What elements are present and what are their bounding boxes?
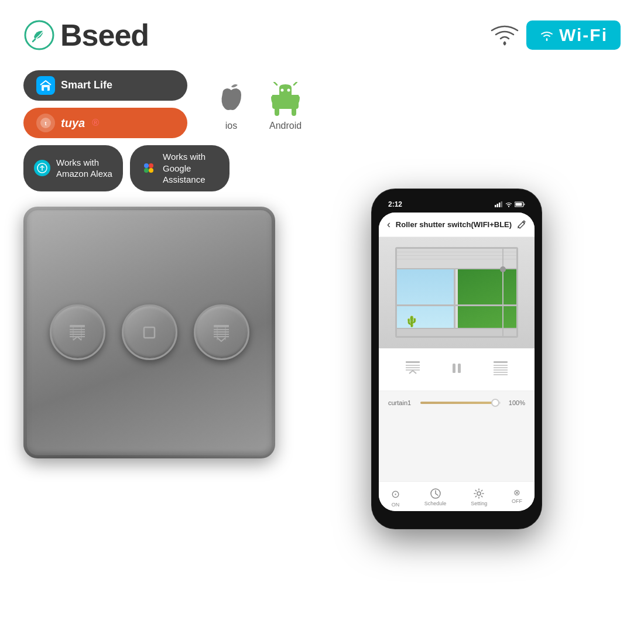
tuya-badge: t tuya ® <box>23 108 187 138</box>
page-container: Bseed Wi-Fi <box>0 0 644 644</box>
svg-point-12 <box>281 89 284 92</box>
svg-rect-38 <box>516 203 522 205</box>
on-label: ON <box>392 502 400 508</box>
off-icon: ⊗ <box>513 488 520 497</box>
app-title: Roller shutter switch(WIFI+BLE) <box>396 220 512 229</box>
slider-thumb <box>491 399 499 407</box>
header: Bseed Wi-Fi <box>23 18 621 53</box>
wifi-badge: Wi-Fi <box>526 20 621 50</box>
slider-fill <box>420 402 496 404</box>
shutter-down-icon <box>209 320 234 345</box>
settings-icon <box>473 488 485 499</box>
schedule-label: Schedule <box>424 501 447 506</box>
svg-rect-32 <box>497 204 499 207</box>
alexa-badge: Works withAmazon Alexa <box>23 145 123 191</box>
ctrl-pause[interactable] <box>447 359 466 380</box>
android-platform: Android <box>269 82 302 131</box>
svg-point-9 <box>149 163 153 168</box>
phone-time: 2:12 <box>388 200 402 208</box>
wifi-area: Wi-Fi <box>490 20 621 50</box>
slider-row: curtain1 100% <box>379 391 535 415</box>
nav-on[interactable]: ⊙ ON <box>391 488 400 508</box>
phone-status-icons <box>495 201 525 207</box>
tuya-icon: t <box>39 117 52 129</box>
svg-rect-31 <box>495 205 496 207</box>
bseed-logo-icon <box>23 19 56 52</box>
on-icon: ⊙ <box>391 488 400 501</box>
tuya-trademark: ® <box>92 118 99 128</box>
svg-rect-45 <box>494 361 508 363</box>
svg-point-8 <box>144 163 149 168</box>
back-button[interactable]: ‹ <box>387 218 390 231</box>
signal-icon <box>495 201 503 207</box>
alexa-svg <box>37 163 47 173</box>
logo-area: Bseed <box>23 18 149 53</box>
wifi-status-icon <box>505 201 512 207</box>
ios-label: ios <box>225 121 237 131</box>
wifi-icon <box>490 23 519 47</box>
switch-panel <box>23 207 275 458</box>
google-icon <box>141 160 157 176</box>
svg-rect-39 <box>406 361 420 363</box>
smart-life-badge: Smart Life <box>23 70 187 101</box>
ctrl-close[interactable] <box>491 359 510 380</box>
switch-btn-stop[interactable] <box>122 304 177 360</box>
nav-off[interactable]: ⊗ OFF <box>512 488 522 508</box>
svg-line-14 <box>274 82 277 85</box>
svg-rect-24 <box>214 325 229 327</box>
ctrl-close-icon <box>491 359 510 378</box>
setting-label: Setting <box>471 501 487 506</box>
battery-icon <box>515 201 525 207</box>
switch-btn-up[interactable] <box>50 304 105 360</box>
svg-rect-43 <box>453 364 455 373</box>
phone-status-bar: 2:12 <box>379 196 535 213</box>
svg-rect-23 <box>144 327 155 338</box>
ctrl-open-icon <box>403 359 422 378</box>
wifi-label: Wi-Fi <box>559 25 608 45</box>
smart-life-icon <box>39 79 52 92</box>
buttons-row <box>50 304 249 360</box>
phone-screen: ‹ Roller shutter switch(WIFI+BLE) <box>379 213 535 511</box>
bottom-nav: ⊙ ON Schedule <box>379 481 535 511</box>
main-content: 2:12 <box>23 201 621 627</box>
svg-rect-16 <box>70 325 85 327</box>
svg-point-11 <box>149 168 153 173</box>
svg-point-52 <box>477 492 481 495</box>
svg-rect-4 <box>44 87 47 91</box>
app-header: ‹ Roller shutter switch(WIFI+BLE) <box>379 213 535 237</box>
brand-name: Bseed <box>60 18 149 53</box>
curtain-value: 100% <box>506 399 525 406</box>
android-label: Android <box>269 121 302 131</box>
tuya-label: tuya <box>61 116 85 130</box>
slider-track[interactable] <box>420 402 501 404</box>
edit-icon[interactable] <box>517 220 526 229</box>
apple-icon <box>217 82 246 117</box>
ctrl-pause-icon <box>447 359 466 378</box>
svg-point-13 <box>287 89 290 92</box>
switch-btn-down[interactable] <box>194 304 249 360</box>
platform-icons: ios Android <box>217 82 302 131</box>
svg-rect-37 <box>524 203 525 205</box>
shutter-up-icon <box>65 320 90 345</box>
android-icon <box>269 82 302 117</box>
google-svg <box>142 161 156 175</box>
svg-point-35 <box>508 205 509 207</box>
smart-life-label: Smart Life <box>61 79 112 92</box>
ctrl-open[interactable] <box>403 359 422 380</box>
shutter-stop-icon <box>138 321 160 344</box>
schedule-icon <box>430 488 441 499</box>
google-badge: Works withGoogle Assistance <box>130 145 229 191</box>
svg-rect-44 <box>458 364 461 373</box>
svg-rect-33 <box>499 203 501 207</box>
svg-point-1 <box>503 42 506 45</box>
phone-outer: 2:12 <box>372 189 542 529</box>
svg-text:t: t <box>45 121 47 126</box>
svg-point-2 <box>546 39 547 41</box>
nav-schedule[interactable]: Schedule <box>424 488 447 508</box>
controls-row <box>379 348 535 391</box>
off-label: OFF <box>512 498 522 504</box>
phone-mockup: 2:12 <box>293 189 621 627</box>
svg-line-15 <box>294 82 297 85</box>
nav-setting[interactable]: Setting <box>471 488 487 508</box>
alexa-icon <box>34 160 50 176</box>
